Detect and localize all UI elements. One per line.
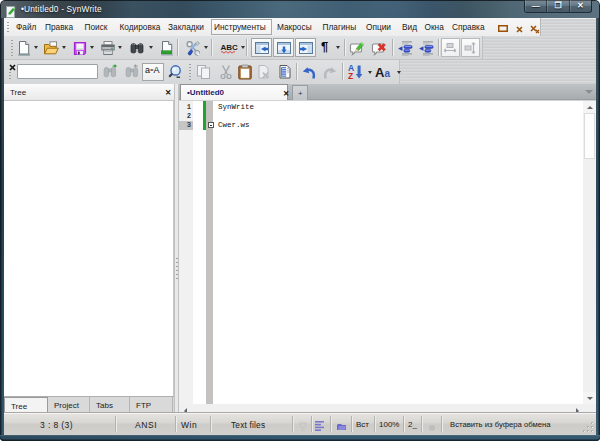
svg-text:A: A	[375, 65, 385, 80]
svg-text:a: a	[385, 68, 391, 79]
svg-text:ABC: ABC	[221, 43, 239, 52]
svg-text:Z: Z	[348, 71, 353, 81]
